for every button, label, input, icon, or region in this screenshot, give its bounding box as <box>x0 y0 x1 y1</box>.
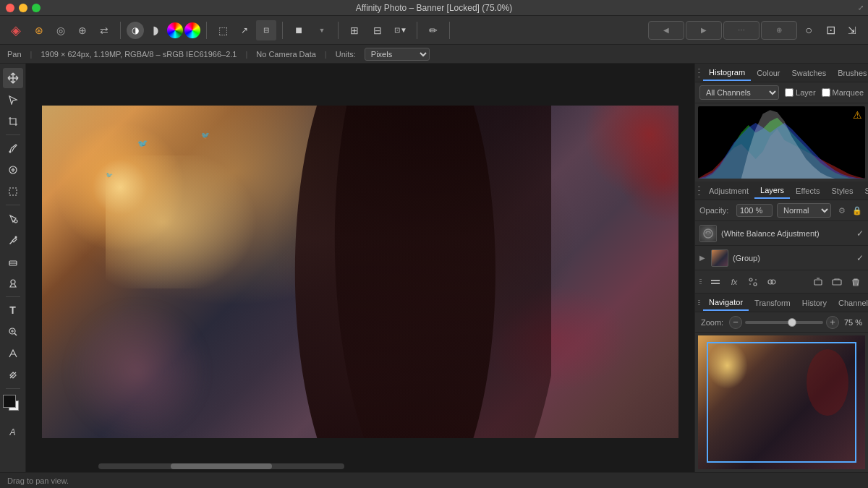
persona-export-btn[interactable]: ⊕ <box>72 20 93 40</box>
opacity-input[interactable]: 100 % <box>736 204 773 217</box>
tool-crop[interactable] <box>3 111 23 132</box>
tool-text[interactable]: T <box>3 300 23 320</box>
persona-share-btn[interactable]: ⇄ <box>94 20 114 40</box>
bw-adj-btn[interactable]: ◑ <box>127 22 144 39</box>
zoom-minus-btn[interactable]: − <box>729 316 742 329</box>
tab-adjustment[interactable]: Adjustment <box>703 184 754 198</box>
canvas-image: 🐦 🐦 🐦 <box>42 106 678 438</box>
layer-item-wb[interactable]: (White Balance Adjustment) ✓ <box>695 221 868 246</box>
foreground-color[interactable] <box>3 395 16 408</box>
group-layer-btn[interactable] <box>829 274 845 290</box>
layers-btn[interactable] <box>707 274 723 290</box>
histogram-warning-icon: ⚠ <box>853 109 862 121</box>
svg-point-3 <box>14 220 17 223</box>
tool-eraser[interactable] <box>3 252 23 272</box>
layer-check-wb[interactable]: ✓ <box>856 228 864 239</box>
tool-select[interactable] <box>3 90 23 110</box>
tab-styles[interactable]: Styles <box>826 184 859 198</box>
tool-vector[interactable] <box>3 343 23 364</box>
rotate3d-btn[interactable]: ⊕ <box>761 21 797 40</box>
tab-stock[interactable]: Stock <box>859 184 868 198</box>
tab-effects[interactable]: Effects <box>790 184 825 198</box>
adjust-btn[interactable] <box>745 274 761 290</box>
grid-btn[interactable]: ⊞ <box>344 20 365 40</box>
curves-btn[interactable]: ◗ <box>145 20 166 40</box>
eraser-btn[interactable]: ✏ <box>423 20 443 40</box>
lasso-btn[interactable]: ↗ <box>234 20 255 40</box>
channel-select[interactable]: All Channels Red Green Blue <box>699 85 779 100</box>
titlebar: Affinity Photo – Banner [Locked] (75.0%)… <box>0 0 868 16</box>
tool-paint[interactable] <box>3 138 23 158</box>
tool-stamp[interactable] <box>3 160 23 180</box>
delete-layer-btn[interactable] <box>848 274 864 290</box>
fx-btn[interactable]: fx <box>726 274 742 290</box>
blend-btn[interactable] <box>764 274 780 290</box>
zoom-slider-thumb[interactable] <box>788 318 796 327</box>
new-layer-btn[interactable] <box>810 274 826 290</box>
selection-group: ⬚ ↗ ⊟ <box>213 20 276 40</box>
tab-transform[interactable]: Transform <box>749 296 796 310</box>
freeselect-btn[interactable]: ⊟ <box>256 20 276 40</box>
toolbar-sep-4 <box>338 22 339 39</box>
tool-pan[interactable] <box>3 68 23 88</box>
tab-layers[interactable]: Layers <box>754 183 790 199</box>
stroke-dropdown[interactable]: ▼ <box>312 20 332 40</box>
layer-check-group[interactable]: ✓ <box>856 253 864 263</box>
guides-btn[interactable]: ⊟ <box>367 20 388 40</box>
tool-zoom[interactable] <box>3 322 23 342</box>
tab-history[interactable]: History <box>796 296 833 310</box>
stroke-btn[interactable]: ■ <box>289 20 309 40</box>
hsb-btn[interactable] <box>167 22 183 38</box>
persona-tone-btn[interactable]: ◎ <box>51 20 71 40</box>
tab-swatches[interactable]: Swatches <box>786 66 833 80</box>
opacity-row: Opacity: 100 % Normal Multiply Screen Ov… <box>695 200 868 221</box>
tab-brushes[interactable]: Brushes <box>832 66 868 80</box>
svg-rect-2 <box>9 188 17 195</box>
layer-settings-btn[interactable]: ⚙ <box>835 204 848 217</box>
persona-develop-btn[interactable]: ⊛ <box>29 20 49 40</box>
svg-point-8 <box>704 229 712 238</box>
maximize-button[interactable] <box>32 4 41 12</box>
h-scrollbar-thumb[interactable] <box>171 463 272 469</box>
blend-mode-select[interactable]: Normal Multiply Screen Overlay <box>777 203 831 218</box>
layer-toolbar-grip <box>699 279 702 284</box>
marquee-btn[interactable]: ⬚ <box>213 20 233 40</box>
minimize-button[interactable] <box>19 4 27 12</box>
zoom-plus-btn[interactable]: + <box>826 316 839 329</box>
nav-preview[interactable] <box>698 335 865 469</box>
layer-lock-btn[interactable]: 🔒 <box>851 204 864 217</box>
units-select[interactable]: Pixels Inches Centimeters <box>365 48 430 61</box>
main-area: T A <box>0 64 868 472</box>
svg-point-4 <box>14 236 17 239</box>
h-scrollbar[interactable] <box>98 463 344 469</box>
left-toolbar: T A <box>0 64 26 472</box>
tab-colour[interactable]: Colour <box>751 66 786 80</box>
forward-btn[interactable]: ▶ <box>686 21 722 40</box>
tool-text-frame[interactable]: A <box>3 422 23 442</box>
tool-color-picker[interactable] <box>3 230 23 250</box>
affinity-logo-btn[interactable]: ◈ <box>6 20 26 40</box>
back-btn[interactable]: ◀ <box>648 21 684 40</box>
layer-item-group[interactable]: ▶ (Group) ✓ <box>695 246 868 270</box>
svg-point-11 <box>749 278 752 281</box>
tab-histogram[interactable]: Histogram <box>703 65 751 81</box>
close-button[interactable] <box>6 4 14 12</box>
marquee-checkbox[interactable] <box>822 88 830 97</box>
mask-rect-btn[interactable]: ⊡ <box>820 20 841 40</box>
mask-circle-btn[interactable]: ○ <box>799 20 819 40</box>
tool-marquee[interactable] <box>3 181 23 202</box>
tool-flood-fill[interactable] <box>3 208 23 228</box>
tab-channels[interactable]: Channels <box>833 296 868 310</box>
color-wheel-btn[interactable] <box>184 22 200 38</box>
tab-navigator[interactable]: Navigator <box>703 295 749 311</box>
brush-dropdown-btn[interactable]: ⊡▼ <box>391 20 411 40</box>
tool-healing[interactable] <box>3 365 23 385</box>
group-expand-btn[interactable]: ▶ <box>699 254 705 262</box>
persona-switch-btn[interactable]: ⇲ <box>842 20 862 40</box>
more-btn[interactable]: ⋯ <box>723 21 760 40</box>
tool-dodge[interactable] <box>3 273 23 294</box>
layer-checkbox[interactable] <box>785 88 793 97</box>
zoom-slider[interactable] <box>745 321 823 324</box>
canvas-area[interactable]: 🐦 🐦 🐦 <box>26 64 694 472</box>
color-selector[interactable] <box>3 395 23 418</box>
